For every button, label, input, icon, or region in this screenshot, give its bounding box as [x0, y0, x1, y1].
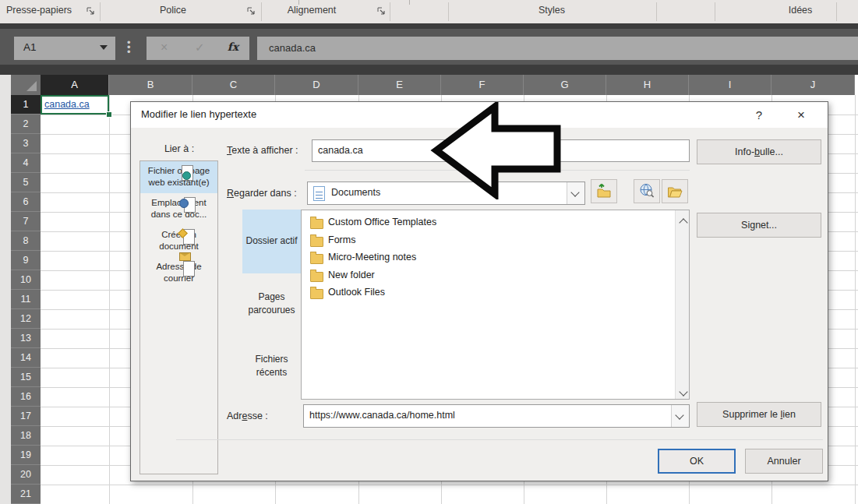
column-header-j[interactable]: J	[771, 75, 855, 95]
remove-link-button[interactable]: Supprimer le lien	[697, 402, 821, 427]
row-header-15[interactable]: 15	[11, 368, 41, 387]
gridline-vertical	[855, 95, 856, 504]
fill-handle[interactable]	[106, 111, 112, 118]
row-header-18[interactable]: 18	[11, 426, 41, 446]
folder-icon	[310, 254, 323, 264]
column-header-i[interactable]: I	[689, 75, 771, 95]
row-header-9[interactable]: 9	[11, 251, 41, 270]
address-dropdown[interactable]: https://www.canada.ca/home.html	[303, 404, 690, 428]
folder-icon	[310, 219, 323, 229]
text-to-display-input[interactable]: canada.ca	[312, 139, 690, 162]
cancel-icon[interactable]: ×	[161, 41, 168, 55]
browse-web-button[interactable]	[634, 179, 660, 203]
link-to-label: Lier à :	[139, 143, 219, 154]
row-header-3[interactable]: 3	[11, 134, 41, 153]
help-button[interactable]: ?	[743, 102, 775, 128]
row-header-12[interactable]: 12	[11, 309, 41, 329]
column-header-c[interactable]: C	[192, 75, 275, 95]
browse-tab-browsed-pages[interactable]: Pages parcourues	[242, 286, 301, 322]
dialog-title: Modifier le lien hypertexte	[141, 108, 256, 120]
link-type-option[interactable]: Emplacement dans ce doc...	[140, 193, 217, 225]
file-list-item[interactable]: Outlook Files	[302, 284, 660, 301]
formula-input[interactable]: canada.ca	[257, 37, 858, 60]
address-dropdown-button[interactable]	[671, 405, 689, 427]
column-header-d[interactable]: D	[275, 75, 358, 95]
row-header-20[interactable]: 20	[11, 465, 41, 485]
formula-bar-grip-icon: •••	[127, 41, 129, 56]
column-header-e[interactable]: E	[358, 75, 441, 95]
link-type-label: Emplacement dans ce doc...	[142, 197, 216, 220]
file-name: Forms	[328, 234, 355, 245]
address-label: Adresse :	[227, 411, 268, 421]
file-list-item[interactable]: Micro-Meeting notes	[302, 249, 660, 266]
row-header-11[interactable]: 11	[11, 290, 41, 309]
look-in-value: Documents	[331, 187, 380, 198]
row-header-6[interactable]: 6	[11, 192, 41, 212]
enter-icon[interactable]: ✓	[195, 41, 205, 55]
browse-tab-recent-files[interactable]: Fichiers récents	[242, 348, 301, 384]
scroll-up-button[interactable]	[676, 210, 689, 224]
row-header-16[interactable]: 16	[11, 387, 41, 407]
link-type-selected[interactable]: Fichier ou page web existant(e)	[140, 161, 217, 193]
ribbon-group-divider	[390, 2, 390, 21]
row-header-17[interactable]: 17	[11, 407, 41, 426]
documents-folder-icon	[313, 186, 325, 201]
bookmark-button[interactable]: Signet...	[697, 213, 821, 238]
file-list-item[interactable]: New folder	[302, 267, 660, 284]
ribbon-strip: Presse-papiersPoliceAlignementStylesIdée…	[0, 0, 858, 24]
column-header-h[interactable]: H	[606, 75, 689, 95]
column-header-f[interactable]: F	[441, 75, 524, 95]
formula-bar-lower-band	[0, 65, 858, 75]
row-header-8[interactable]: 8	[11, 231, 41, 251]
look-in-dropdown[interactable]: Documents	[307, 182, 585, 205]
row-header-7[interactable]: 7	[11, 212, 41, 231]
row-header-19[interactable]: 19	[11, 446, 41, 465]
file-list-item[interactable]: Custom Office Templates	[302, 214, 660, 231]
row-header-4[interactable]: 4	[11, 153, 41, 173]
formula-buttons: × ✓ fx	[147, 37, 249, 60]
address-value: https://www.canada.ca/home.html	[309, 410, 455, 421]
scroll-down-button[interactable]	[676, 386, 689, 399]
close-icon[interactable]: ×	[786, 102, 817, 128]
dialog-launcher-icon[interactable]	[246, 6, 256, 16]
row-header-21[interactable]: 21	[11, 485, 41, 504]
separator	[305, 170, 690, 171]
browse-tab-current-folder[interactable]: Dossier actif	[242, 210, 301, 273]
row-header-1[interactable]: 1	[11, 95, 41, 115]
insert-function-icon[interactable]: fx	[228, 41, 238, 53]
cell-a1-hyperlink[interactable]: canada.ca	[44, 99, 90, 110]
column-header-g[interactable]: G	[524, 75, 606, 95]
row-header-2[interactable]: 2	[11, 115, 41, 134]
row-header-10[interactable]: 10	[11, 270, 41, 290]
select-all-triangle-icon	[26, 81, 37, 91]
browse-tabs: Dossier actifPages parcouruesFichiers ré…	[242, 210, 301, 397]
ribbon-group-label: Idées	[789, 5, 813, 16]
row-header-5[interactable]: 5	[11, 173, 41, 192]
dialog-launcher-icon[interactable]	[376, 6, 387, 16]
excel-window: Presse-papiersPoliceAlignementStylesIdée…	[0, 0, 858, 504]
chevron-down-icon	[679, 387, 687, 396]
column-header-b[interactable]: B	[109, 75, 192, 95]
column-header-a[interactable]: A	[41, 75, 109, 95]
text-to-display-label: Texte à afficher :	[227, 145, 298, 156]
look-in-dropdown-button[interactable]	[567, 182, 584, 204]
cancel-button[interactable]: Annuler	[745, 449, 823, 474]
link-type-option[interactable]: Adresse de courrier	[140, 257, 217, 289]
row-header-13[interactable]: 13	[11, 329, 41, 348]
select-all-button[interactable]	[11, 75, 41, 96]
file-list-item[interactable]: Forms	[302, 232, 660, 249]
browse-files-button[interactable]	[662, 179, 688, 203]
file-list[interactable]: Custom Office TemplatesFormsMicro-Meetin…	[301, 210, 690, 400]
formula-bar: A1 ••• × ✓ fx canada.ca	[0, 29, 858, 65]
file-list-scrollbar[interactable]	[675, 210, 689, 399]
cell-a1[interactable]: canada.ca	[41, 95, 109, 115]
dialog-launcher-icon[interactable]	[86, 6, 96, 16]
row-header-14[interactable]: 14	[11, 348, 41, 368]
dialog-title-bar[interactable]: Modifier le lien hypertexte	[131, 102, 828, 128]
link-type-label: Fichier ou page web existant(e)	[142, 165, 216, 189]
name-box-dropdown-icon[interactable]	[100, 45, 108, 50]
name-box[interactable]: A1	[14, 37, 115, 60]
ok-button[interactable]: OK	[658, 449, 736, 474]
tooltip-button[interactable]: Info-bulle...	[697, 139, 821, 164]
up-one-folder-button[interactable]	[591, 179, 617, 203]
